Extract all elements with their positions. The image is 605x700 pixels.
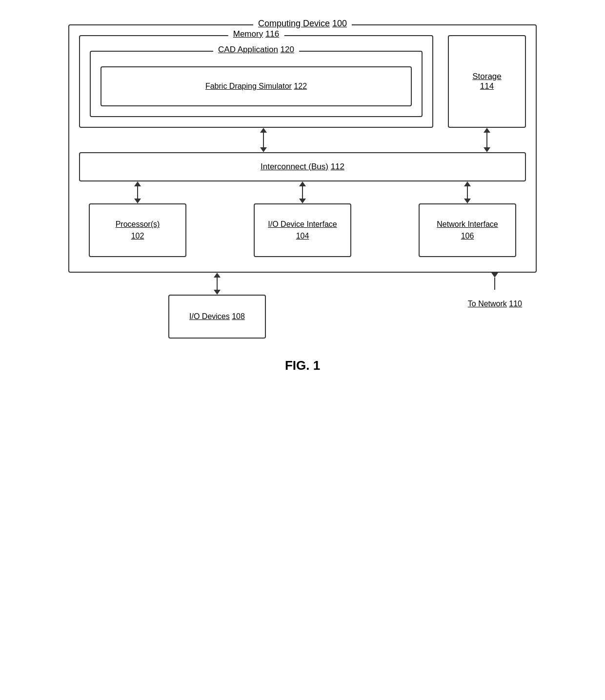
fabric-draping-box: Fabric Draping Simulator 122 <box>101 66 412 106</box>
computing-device-label: Computing Device 100 <box>253 19 352 29</box>
to-network-ref: 110 <box>509 300 522 308</box>
bus-ref: 112 <box>331 162 344 171</box>
memory-arrow-column <box>79 128 448 152</box>
figure-label: FIG. 1 <box>285 358 320 373</box>
top-row: Memory 116 CAD Application 120 Fabric Dr… <box>79 35 526 128</box>
arrow-shaft-iodev <box>217 278 218 290</box>
arrow-head-up-io <box>299 181 306 186</box>
io-interface-arrow <box>299 181 306 203</box>
to-network-label: To Network 110 <box>468 300 522 308</box>
bus-label: Interconnect (Bus) 112 <box>90 162 515 172</box>
io-devices-text: I/O Devices <box>189 312 230 320</box>
processor-ref: 102 <box>131 232 144 240</box>
top-arrows-section <box>79 128 526 152</box>
computing-device-text: Computing Device <box>258 19 330 28</box>
fabric-label: Fabric Draping Simulator 122 <box>111 82 401 91</box>
arrow-shaft-io <box>302 186 303 199</box>
memory-box: Memory 116 CAD Application 120 Fabric Dr… <box>79 35 433 128</box>
network-interface-arrow <box>464 181 471 203</box>
io-interface-text: I/O Device Interface <box>268 220 337 228</box>
page-container: Computing Device 100 Memory 116 CAD Appl… <box>10 10 595 700</box>
io-devices-label: I/O Devices 108 <box>189 311 245 322</box>
storage-box: Storage 114 <box>448 35 526 128</box>
arrow-head-up <box>260 128 267 133</box>
bus-to-components-arrows: Processor(s) 102 I/O Device Interfa <box>79 181 526 257</box>
cad-app-text: CAD Application <box>218 45 278 54</box>
io-interface-column: I/O Device Interface 104 <box>254 181 351 257</box>
processor-text: Processor(s) <box>116 220 160 228</box>
storage-text: Storage <box>472 72 502 81</box>
cad-app-label: CAD Application 120 <box>213 45 299 55</box>
arrow-head-down-storage <box>484 147 490 152</box>
bus-text: Interconnect (Bus) <box>261 162 328 171</box>
arrow-head-down-proc <box>134 199 141 203</box>
processor-label: Processor(s) 102 <box>116 219 160 242</box>
computing-device-ref: 100 <box>332 19 347 28</box>
processor-box: Processor(s) 102 <box>89 203 186 257</box>
arrow-head-down-io <box>299 199 306 203</box>
io-devices-box: I/O Devices 108 <box>168 295 266 339</box>
io-interface-box: I/O Device Interface 104 <box>254 203 351 257</box>
memory-text: Memory <box>233 29 263 39</box>
arrow-shaft-storage <box>486 133 487 147</box>
arrow-head-up-iodev <box>214 273 221 278</box>
io-interface-label: I/O Device Interface 104 <box>268 219 337 242</box>
cad-app-box: CAD Application 120 Fabric Draping Simul… <box>90 51 423 117</box>
io-devices-arrow <box>214 273 221 295</box>
arrow-head-up-net <box>464 181 471 186</box>
network-interface-column: Network Interface 106 <box>419 181 516 257</box>
arrow-head-up-storage <box>484 128 490 133</box>
io-devices-ref: 108 <box>232 312 245 320</box>
arrow-shaft-tonet <box>494 278 495 290</box>
memory-label: Memory 116 <box>228 29 284 39</box>
memory-bus-arrow <box>260 128 267 152</box>
storage-ref: 114 <box>480 81 494 91</box>
network-column: To Network 110 <box>468 273 522 339</box>
io-interface-ref: 104 <box>296 232 309 240</box>
processor-column: Processor(s) 102 <box>89 181 186 257</box>
below-computing: I/O Devices 108 To Network 110 <box>68 273 537 339</box>
to-network-arrow <box>491 273 498 295</box>
fabric-text: Fabric Draping Simulator <box>205 82 292 90</box>
processor-arrow <box>134 181 141 203</box>
diagram-wrapper: Computing Device 100 Memory 116 CAD Appl… <box>29 24 576 373</box>
arrow-head-down-net <box>464 199 471 203</box>
network-interface-box: Network Interface 106 <box>419 203 516 257</box>
network-interface-text: Network Interface <box>437 220 498 228</box>
memory-ref: 116 <box>265 29 279 39</box>
fabric-ref: 122 <box>294 82 307 90</box>
storage-bus-arrow <box>484 128 490 152</box>
arrow-head-down-iodev <box>214 290 221 295</box>
to-network-text: To Network <box>468 300 507 308</box>
arrow-shaft-net <box>467 186 468 199</box>
storage-label: Storage 114 <box>472 72 502 91</box>
io-devices-column: I/O Devices 108 <box>168 273 266 339</box>
arrow-shaft <box>263 133 264 147</box>
cad-app-ref: 120 <box>281 45 294 54</box>
computing-device-box: Computing Device 100 Memory 116 CAD Appl… <box>68 24 537 273</box>
arrow-head-down <box>260 147 267 152</box>
arrow-shaft-proc <box>137 186 138 199</box>
arrow-head-down-tonet <box>491 273 498 278</box>
network-interface-label: Network Interface 106 <box>437 219 498 242</box>
bus-box: Interconnect (Bus) 112 <box>79 152 526 181</box>
network-interface-ref: 106 <box>461 232 474 240</box>
storage-arrow-column <box>448 128 526 152</box>
arrow-head-up-proc <box>134 181 141 186</box>
